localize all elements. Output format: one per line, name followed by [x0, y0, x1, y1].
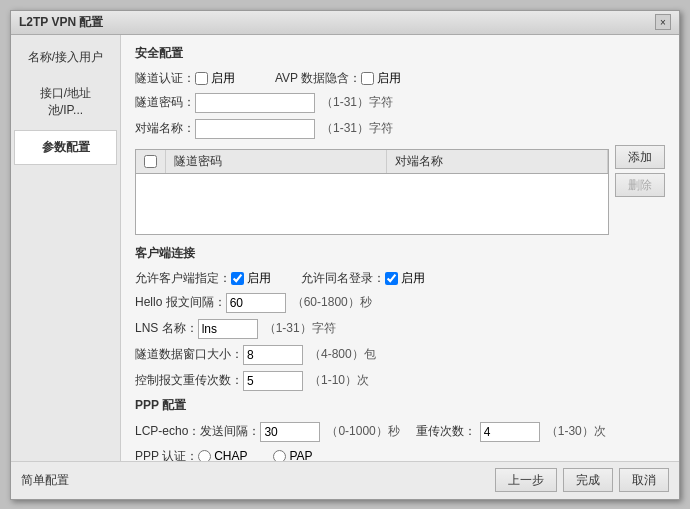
sidebar: 名称/接入用户 接口/地址池/IP... 参数配置 — [11, 35, 121, 461]
lcp-echo-hint: （0-1000）秒 — [326, 423, 399, 440]
sidebar-item-interface-ip[interactable]: 接口/地址池/IP... — [14, 76, 117, 128]
ppp-auth-pap-radio[interactable] — [273, 450, 286, 461]
tunnel-auth-row: 隧道认证： 启用 AVP 数据隐含： 启用 — [135, 70, 665, 87]
retransmit-input[interactable] — [480, 422, 540, 442]
allow-client-specify-enable: 启用 — [247, 270, 271, 287]
footer-buttons: 上一步 完成 取消 — [495, 468, 669, 492]
peer-name-hint: （1-31）字符 — [321, 120, 393, 137]
client-options-row: 允许客户端指定： 启用 允许同名登录： 启用 — [135, 270, 665, 287]
lcp-echo-label: LCP-echo：发送间隔： — [135, 423, 260, 440]
avp-enable-label: 启用 — [377, 70, 401, 87]
ppp-section-title: PPP 配置 — [135, 397, 665, 414]
avp-checkbox-wrap: 启用 — [361, 70, 401, 87]
tunnel-auth-enable-label: 启用 — [211, 70, 235, 87]
tunnel-window-hint: （4-800）包 — [309, 346, 376, 363]
prev-button[interactable]: 上一步 — [495, 468, 557, 492]
finish-button[interactable]: 完成 — [563, 468, 613, 492]
tunnel-window-label: 隧道数据窗口大小： — [135, 346, 243, 363]
ppp-auth-chap-label: CHAP — [214, 449, 247, 461]
table-col-checkbox — [136, 150, 166, 173]
sidebar-item-params[interactable]: 参数配置 — [14, 130, 117, 165]
table-body — [136, 174, 608, 234]
ppp-auth-label: PPP 认证： — [135, 448, 198, 461]
tunnel-password-row: 隧道密码： （1-31）字符 — [135, 93, 665, 113]
tunnel-password-hint: （1-31）字符 — [321, 94, 393, 111]
allow-same-login-wrap: 启用 — [385, 270, 425, 287]
allow-same-login-label: 允许同名登录： — [301, 270, 385, 287]
ctrl-retransmit-hint: （1-10）次 — [309, 372, 369, 389]
ppp-auth-chap-wrap: CHAP — [198, 449, 247, 461]
cancel-button[interactable]: 取消 — [619, 468, 669, 492]
lns-name-label: LNS 名称： — [135, 320, 198, 337]
peer-name-label: 对端名称： — [135, 120, 195, 137]
add-button[interactable]: 添加 — [615, 145, 665, 169]
ctrl-retransmit-row: 控制报文重传次数： （1-10）次 — [135, 371, 665, 391]
title-bar: L2TP VPN 配置 × — [11, 11, 679, 35]
tunnel-window-input[interactable] — [243, 345, 303, 365]
table-wrapper: 隧道密码 对端名称 — [135, 145, 609, 245]
main-window: L2TP VPN 配置 × 名称/接入用户 接口/地址池/IP... 参数配置 … — [10, 10, 680, 500]
hello-interval-hint: （60-1800）秒 — [292, 294, 372, 311]
allow-same-login-checkbox[interactable] — [385, 272, 398, 285]
tunnel-password-input[interactable] — [195, 93, 315, 113]
table-header: 隧道密码 对端名称 — [136, 150, 608, 174]
avp-checkbox[interactable] — [361, 72, 374, 85]
lcp-echo-input[interactable] — [260, 422, 320, 442]
lns-name-row: LNS 名称： （1-31）字符 — [135, 319, 665, 339]
simple-config-button[interactable]: 简单配置 — [21, 472, 69, 489]
allow-client-specify-label: 允许客户端指定： — [135, 270, 231, 287]
peer-name-row: 对端名称： （1-31）字符 — [135, 119, 665, 139]
allow-client-specify-wrap: 启用 — [231, 270, 271, 287]
retransmit-label: 重传次数： — [416, 423, 476, 440]
allow-client-specify-checkbox[interactable] — [231, 272, 244, 285]
sidebar-item-name-access[interactable]: 名称/接入用户 — [14, 40, 117, 75]
table-col-peer-name: 对端名称 — [387, 150, 608, 173]
lns-name-hint: （1-31）字符 — [264, 320, 336, 337]
hello-interval-label: Hello 报文间隔： — [135, 294, 226, 311]
client-section-title: 客户端连接 — [135, 245, 665, 262]
ctrl-retransmit-label: 控制报文重传次数： — [135, 372, 243, 389]
tunnel-auth-checkbox-wrap: 启用 — [195, 70, 235, 87]
close-button[interactable]: × — [655, 14, 671, 30]
security-section-title: 安全配置 — [135, 45, 665, 62]
lns-name-input[interactable] — [198, 319, 258, 339]
retransmit-hint: （1-30）次 — [546, 423, 606, 440]
table-col-tunnel-password: 隧道密码 — [166, 150, 387, 173]
footer: 简单配置 上一步 完成 取消 — [11, 461, 679, 499]
table-action-buttons: 添加 删除 — [615, 145, 665, 197]
ppp-auth-pap-wrap: PAP — [273, 449, 312, 461]
peer-name-input[interactable] — [195, 119, 315, 139]
tunnel-window-row: 隧道数据窗口大小： （4-800）包 — [135, 345, 665, 365]
avp-label: AVP 数据隐含： — [275, 70, 361, 87]
tunnel-password-label: 隧道密码： — [135, 94, 195, 111]
content-area: 安全配置 隧道认证： 启用 AVP 数据隐含： 启用 隧道密码： （1-31）字… — [121, 35, 679, 461]
window-title: L2TP VPN 配置 — [19, 14, 103, 31]
table-section: 隧道密码 对端名称 添加 删除 — [135, 145, 665, 245]
tunnel-auth-checkbox[interactable] — [195, 72, 208, 85]
ppp-auth-chap-radio[interactable] — [198, 450, 211, 461]
hello-interval-row: Hello 报文间隔： （60-1800）秒 — [135, 293, 665, 313]
main-content: 名称/接入用户 接口/地址池/IP... 参数配置 安全配置 隧道认证： 启用 … — [11, 35, 679, 461]
allow-same-login-enable: 启用 — [401, 270, 425, 287]
table-select-all-checkbox[interactable] — [144, 155, 157, 168]
hello-interval-input[interactable] — [226, 293, 286, 313]
ctrl-retransmit-input[interactable] — [243, 371, 303, 391]
lcp-echo-row: LCP-echo：发送间隔： （0-1000）秒 重传次数： （1-30）次 — [135, 422, 665, 442]
tunnel-table: 隧道密码 对端名称 — [135, 149, 609, 235]
ppp-auth-pap-label: PAP — [289, 449, 312, 461]
tunnel-auth-label: 隧道认证： — [135, 70, 195, 87]
delete-button[interactable]: 删除 — [615, 173, 665, 197]
ppp-auth-row: PPP 认证： CHAP PAP — [135, 448, 665, 461]
